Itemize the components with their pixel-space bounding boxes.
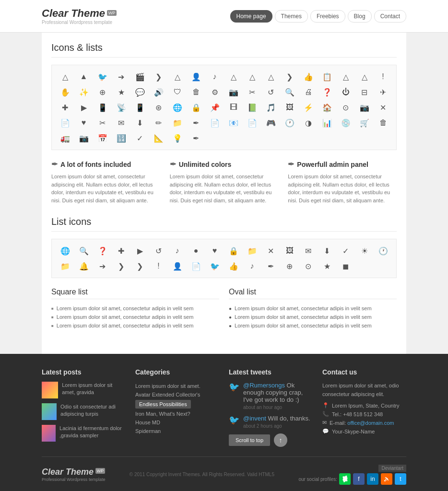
icon-cell: 📱 [131,101,148,114]
icon-cell: 📷 [75,131,92,145]
list-item: Lorem ipsum dolor sit amet, consectetur … [51,313,219,321]
icon-cell: 👤 [188,70,204,83]
icon-cell: 🔊 [150,85,167,99]
list-icon-cell: 🕐 [375,244,391,257]
footer-bottom: Clear Theme WP Professional Wordpress te… [42,456,406,485]
category-item-3[interactable]: Iron Man, What's Next? [135,409,219,418]
icon-cell: △ [337,70,354,83]
icon-cell: ❯ [150,70,167,83]
icon-cell: ✏ [150,116,167,129]
icon-cell: △ [244,70,260,83]
tweet-1: 🐦 @Rumersongs Ok enough copying crap, I'… [229,382,313,410]
list-icon-cell: 📁 [244,244,260,257]
icon-cell: 🐦 [94,70,111,83]
list-icon-cell: ✒ [262,259,279,273]
list-icon-cell: ⊙ [300,259,317,273]
pen-icon-3: ✒ [288,160,294,169]
icon-cell: ✕ [375,101,391,114]
deviantart-icon[interactable] [339,473,351,485]
icon-cell: 💬 [131,85,148,99]
list-icon-cell: 🖼 [281,244,298,257]
list-icon-cell: 🔔 [75,259,92,273]
nav-home[interactable]: Home page [230,10,272,23]
category-item-1[interactable]: Avatar Extended Collector's [135,390,219,399]
footer-latest-posts: Latest posts Lorem ipsum dolor sit amet,… [42,368,126,447]
lists-section: Square list Lorem ipsum dolor sit amet, … [51,288,397,330]
list-icon-cell: ◼ [337,259,354,273]
footer-categories: Categories Lorem ipsum dolor sit amet. A… [135,368,219,447]
list-item: Lorem ipsum dolor sit amet, consectetur … [51,304,219,313]
post-text-1: Lorem ipsum dolor sit amet, gravida [62,382,126,397]
icon-cell: ♪ [206,70,223,83]
twitter-icon-2: 🐦 [229,415,239,429]
category-item-5[interactable]: Spiderman [135,427,219,435]
nav-freebies[interactable]: Freebies [310,10,345,23]
icon-cell: ⬇ [131,116,148,129]
icon-cell: 🗑 [375,116,391,129]
icon-cell: ❓ [318,85,335,99]
icon-cell: 📡 [113,101,130,114]
main-content: Icons & lists △ ▲ 🐦 ➔ 🎬 ❯ △ 👤 ♪ △ △ △ ❯ … [42,33,406,354]
contact-title: Contact us [322,368,406,376]
square-list: Lorem ipsum dolor sit amet, consectetur … [51,304,219,330]
list-item: Lorem ipsum dolor sit amet, consectetur … [229,321,397,330]
list-icon-cell: ❓ [94,244,111,257]
icons-section-title: Icons & lists [51,42,397,58]
categories-title: Categories [135,368,219,376]
icon-cell: △ [356,70,373,83]
list-item: Lorem ipsum dolor sit amet, consectetur … [51,321,219,330]
icon-cell: ✒ [188,131,204,145]
twitter-social-icon[interactable]: t [395,473,406,485]
linkedin-icon[interactable]: in [367,473,378,485]
icon-cell: 📱 [94,101,111,114]
list-icon-cell [375,259,391,273]
facebook-icon[interactable]: f [353,473,365,485]
main-nav: Home page Themes Freebies Blog Contact [230,10,406,23]
icon-cell: ✚ [57,101,73,114]
icon-cell: 🎬 [131,70,148,83]
feature-colors-text: Lorem ipsum dolor sit amet, consectetur … [170,173,279,204]
category-item-4[interactable]: House MD [135,418,219,427]
icon-cell: ▶ [75,101,92,114]
icon-cell: 🏠 [318,101,335,114]
icon-cell: ▲ [75,70,92,83]
list-icon-cell: 🔍 [75,244,92,257]
icon-cell: 🎵 [262,101,279,114]
list-icon-cell [356,259,373,273]
list-icon-cell: 📁 [57,259,73,273]
icon-cell: 📌 [206,101,223,114]
contact-email-link[interactable]: office@domain.com [347,420,394,426]
contact-email: ✉ E-mail: office@domain.com [322,420,406,426]
social-icons-row: our social profiles: f in [298,473,406,485]
twitter-icon-1: 🐦 [229,382,239,410]
list-icon-cell: ✉ [300,244,317,257]
icon-cell [225,131,242,145]
nav-contact[interactable]: Contact [374,10,406,23]
icon-cell: 🕐 [281,116,298,129]
nav-themes[interactable]: Themes [275,10,308,23]
svg-point-0 [384,480,386,481]
rss-icon[interactable] [381,473,392,485]
post-image-1 [42,382,58,398]
icon-cell: 🚛 [57,131,73,145]
scroll-top-button[interactable]: Scroll to top [229,434,270,446]
site-header: Clear Theme WP Professional Wordpress te… [0,0,448,33]
social-label: our social profiles: [298,477,337,482]
list-icon-cell: ♪ [244,259,260,273]
nav-blog[interactable]: Blog [348,10,372,23]
list-icon-cell: 📄 [188,259,204,273]
li-letter: in [370,476,375,482]
icon-cell: 📷 [356,101,373,114]
features-section: ✒ A lot of fonts included Lorem ipsum do… [51,160,397,204]
footer-tweets: Latest tweets 🐦 @Rumersongs Ok enough co… [229,368,313,447]
icon-cell: ✈ [375,85,391,99]
icon-cell: 👍 [300,70,317,83]
category-item-0[interactable]: Lorem ipsum dolor sit amet. [135,382,219,390]
list-icon-cell: 🐦 [206,259,223,273]
scroll-arrow-button[interactable]: ↑ [274,433,287,447]
deviantart-label: Deviantart [298,464,406,471]
footer-contact: Contact us Lorem ipsum dolor sit amet, o… [322,368,406,447]
category-item-2[interactable]: Endless Possibilities [135,400,191,409]
footer-post-2: Odio sit consectetur adi adipiscing turp… [42,403,126,420]
icon-cell: ✉ [113,116,130,129]
